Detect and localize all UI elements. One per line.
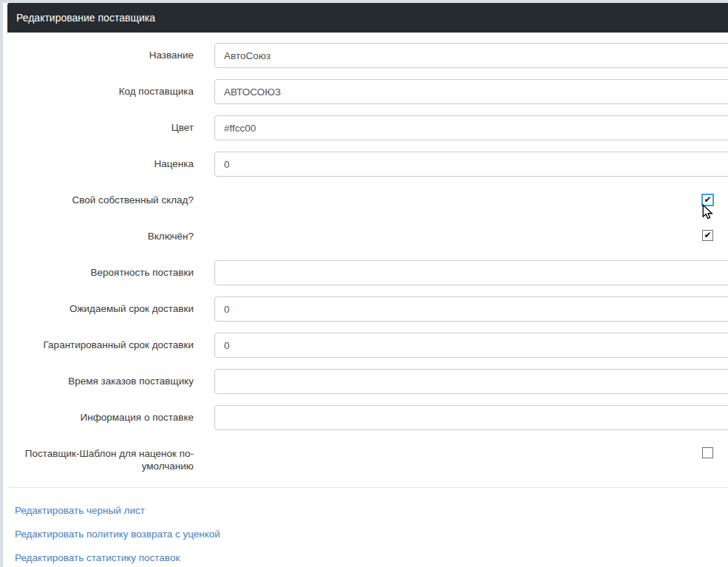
form-row-name: Название bbox=[7, 43, 728, 68]
guaranteed-delivery-time-input[interactable] bbox=[214, 333, 728, 358]
expected-delivery-time-input[interactable] bbox=[214, 296, 728, 322]
guaranteed-delivery-time-label: Гарантированный срок доставки bbox=[7, 333, 194, 358]
page-title: Редактирование поставщика bbox=[16, 12, 155, 24]
supplier-code-input[interactable] bbox=[214, 79, 728, 104]
form-row-enabled: Включён? ✔ bbox=[7, 224, 728, 249]
form-row-delivery-info: Информация о поставке bbox=[7, 405, 728, 430]
color-label: Цвет bbox=[7, 115, 194, 140]
supplier-edit-card: Редактирование поставщика Название Код п… bbox=[7, 3, 728, 563]
form-row-color: Цвет bbox=[7, 115, 728, 140]
name-input[interactable] bbox=[214, 43, 728, 68]
content-panel: Редактирование поставщика Название Код п… bbox=[3, 3, 728, 567]
order-time-label: Время заказов поставщику bbox=[7, 369, 194, 394]
delivery-probability-label: Вероятность поставки bbox=[7, 260, 194, 285]
delivery-probability-input[interactable] bbox=[214, 260, 728, 285]
form-row-expected-delivery-time: Ожидаемый срок доставки bbox=[7, 296, 728, 322]
markup-label: Наценка bbox=[7, 152, 194, 177]
edit-blacklist-link[interactable]: Редактировать черный лист bbox=[15, 506, 145, 516]
form-row-markup-template: Поставщик-Шаблон для наценок по-умолчани… bbox=[7, 441, 728, 472]
form-row-own-warehouse: Свой собственный склад? ✔ bbox=[7, 188, 728, 213]
edit-supply-stats-link[interactable]: Редактировать статистику поставок bbox=[15, 553, 180, 563]
color-input[interactable] bbox=[214, 115, 728, 140]
form-row-supplier-code: Код поставщика bbox=[7, 79, 728, 104]
checkmark-icon: ✔ bbox=[704, 231, 711, 240]
edit-return-policy-link[interactable]: Редактировать политику возврата с уценко… bbox=[15, 529, 220, 540]
page-background: Редактирование поставщика Название Код п… bbox=[0, 0, 728, 567]
card-header: Редактирование поставщика bbox=[7, 3, 728, 33]
delivery-info-label: Информация о поставке bbox=[7, 405, 194, 430]
checkmark-icon: ✔ bbox=[704, 195, 711, 204]
action-links: Редактировать черный лист Редактировать … bbox=[7, 488, 728, 563]
markup-template-checkbox[interactable]: ✔ bbox=[702, 447, 713, 458]
form-row-markup: Наценка bbox=[7, 152, 728, 177]
supplier-form: Название Код поставщика Цвет bbox=[7, 33, 728, 563]
form-row-order-time: Время заказов поставщику bbox=[7, 369, 728, 394]
own-warehouse-label: Свой собственный склад? bbox=[7, 188, 194, 213]
form-row-delivery-probability: Вероятность поставки bbox=[7, 260, 728, 285]
enabled-label: Включён? bbox=[7, 224, 194, 249]
delivery-info-input[interactable] bbox=[214, 405, 728, 430]
markup-template-label: Поставщик-Шаблон для наценок по-умолчани… bbox=[7, 441, 194, 472]
mouse-cursor-icon bbox=[701, 204, 715, 220]
enabled-checkbox[interactable]: ✔ bbox=[702, 230, 713, 241]
expected-delivery-time-label: Ожидаемый срок доставки bbox=[7, 296, 194, 322]
markup-input[interactable] bbox=[214, 152, 728, 177]
name-label: Название bbox=[7, 43, 194, 68]
form-row-guaranteed-delivery-time: Гарантированный срок доставки bbox=[7, 333, 728, 358]
order-time-input[interactable] bbox=[214, 369, 728, 394]
supplier-code-label: Код поставщика bbox=[7, 79, 194, 104]
